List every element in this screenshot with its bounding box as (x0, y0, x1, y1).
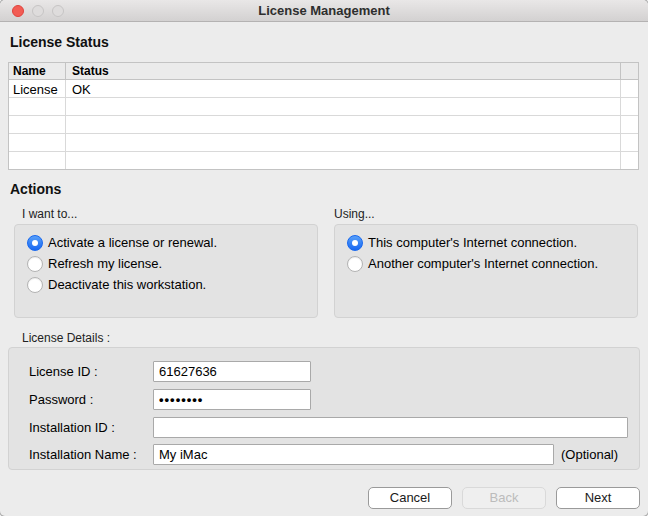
column-header-spare (621, 63, 638, 79)
password-label: Password : (29, 392, 93, 407)
installation-id-label: Installation ID : (29, 420, 115, 435)
cell-name: License (9, 80, 66, 97)
table-row (9, 116, 638, 134)
radio-this-computer[interactable]: This computer's Internet connection. (347, 232, 637, 253)
using-groupbox: This computer's Internet connection. Ano… (334, 224, 638, 318)
radio-refresh-license[interactable]: Refresh my license. (27, 253, 317, 274)
table-row (9, 134, 638, 152)
radio-unselected-icon (347, 256, 363, 272)
i-want-to-groupbox: Activate a license or renewal. Refresh m… (14, 224, 318, 318)
radio-deactivate-workstation[interactable]: Deactivate this workstation. (27, 274, 317, 295)
license-id-field[interactable] (153, 361, 311, 382)
installation-id-field[interactable] (153, 417, 628, 438)
installation-name-field[interactable] (153, 444, 554, 465)
license-details-groupbox: License ID : Password : Installation ID … (8, 347, 640, 470)
cancel-button[interactable]: Cancel (368, 487, 452, 509)
installation-name-label: Installation Name : (29, 447, 137, 462)
column-header-status: Status (66, 63, 621, 79)
titlebar[interactable]: License Management (0, 0, 648, 22)
license-management-window: License Management License Status Name S… (0, 0, 648, 516)
password-field[interactable] (153, 389, 311, 410)
license-details-label: License Details : (22, 331, 110, 345)
radio-unselected-icon (27, 256, 43, 272)
radio-unselected-icon (27, 277, 43, 293)
optional-note: (Optional) (561, 447, 618, 462)
actions-heading: Actions (10, 181, 61, 197)
cell-status: OK (66, 80, 621, 97)
radio-activate-license[interactable]: Activate a license or renewal. (27, 232, 317, 253)
license-status-heading: License Status (10, 34, 109, 50)
table-row[interactable]: License OK (9, 80, 638, 98)
table-row (9, 152, 638, 169)
using-label: Using... (334, 207, 375, 221)
table-header-row: Name Status (9, 63, 638, 80)
radio-selected-icon (27, 235, 43, 251)
back-button: Back (462, 487, 546, 509)
window-title: License Management (0, 0, 648, 22)
column-header-name: Name (9, 63, 66, 79)
radio-selected-icon (347, 235, 363, 251)
license-status-table[interactable]: Name Status License OK (8, 62, 639, 170)
next-button[interactable]: Next (556, 487, 640, 509)
table-row (9, 98, 638, 116)
license-id-label: License ID : (29, 364, 98, 379)
radio-another-computer[interactable]: Another computer's Internet connection. (347, 253, 637, 274)
i-want-to-label: I want to... (22, 207, 77, 221)
